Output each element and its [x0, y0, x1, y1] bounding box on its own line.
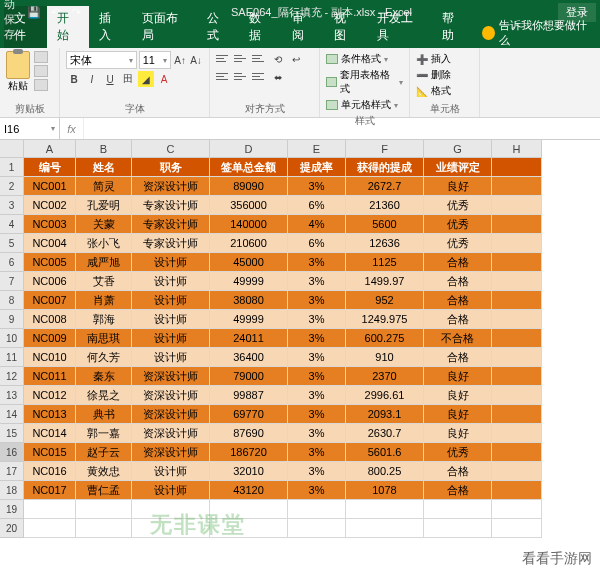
cell[interactable]: 32010 [210, 462, 288, 481]
cell-style-button[interactable]: 单元格样式▾ [326, 97, 403, 113]
cell[interactable]: 3% [288, 348, 346, 367]
col-header-E[interactable]: E [288, 140, 346, 158]
cell[interactable]: 黄效忠 [76, 462, 132, 481]
cell[interactable]: 秦东 [76, 367, 132, 386]
cell[interactable] [24, 519, 76, 538]
row-header[interactable]: 18 [0, 481, 24, 500]
cell[interactable]: NC008 [24, 310, 76, 329]
cell[interactable]: 艾香 [76, 272, 132, 291]
cell[interactable] [76, 500, 132, 519]
cell[interactable] [492, 234, 542, 253]
row-header[interactable]: 9 [0, 310, 24, 329]
cell[interactable] [288, 519, 346, 538]
save-icon[interactable]: 💾 [25, 3, 43, 21]
cell[interactable]: NC012 [24, 386, 76, 405]
format-cells-button[interactable]: 📐格式 [416, 83, 473, 99]
row-header[interactable]: 3 [0, 196, 24, 215]
cell[interactable]: 2996.61 [346, 386, 424, 405]
cell[interactable]: 资深设计师 [132, 367, 210, 386]
row-header[interactable]: 2 [0, 177, 24, 196]
autosave-toggle[interactable]: 自动保存 [4, 3, 22, 21]
cut-icon[interactable] [34, 51, 48, 63]
row-header[interactable]: 16 [0, 443, 24, 462]
row-header[interactable]: 12 [0, 367, 24, 386]
cell[interactable]: NC014 [24, 424, 76, 443]
cell[interactable]: 21360 [346, 196, 424, 215]
cell[interactable] [492, 424, 542, 443]
cell[interactable]: NC016 [24, 462, 76, 481]
orientation-icon[interactable]: ⟲ [270, 51, 286, 67]
cell[interactable] [492, 310, 542, 329]
tab-insert[interactable]: 插入 [89, 6, 132, 48]
cell[interactable]: 99887 [210, 386, 288, 405]
cell[interactable]: 3% [288, 272, 346, 291]
row-header[interactable]: 19 [0, 500, 24, 519]
cell[interactable]: 良好 [424, 386, 492, 405]
increase-font-icon[interactable]: A↑ [173, 52, 187, 68]
cell[interactable]: 1125 [346, 253, 424, 272]
cell[interactable]: NC017 [24, 481, 76, 500]
underline-button[interactable]: U [102, 71, 118, 87]
cell[interactable] [492, 348, 542, 367]
font-name-select[interactable]: 宋体▾ [66, 51, 137, 69]
cell[interactable]: 签单总金额 [210, 158, 288, 177]
cell[interactable]: 设计师 [132, 329, 210, 348]
tab-data[interactable]: 数据 [239, 6, 282, 48]
cell[interactable]: 设计师 [132, 291, 210, 310]
cell[interactable]: 简灵 [76, 177, 132, 196]
insert-cells-button[interactable]: ➕插入 [416, 51, 473, 67]
cell[interactable]: 徐晃之 [76, 386, 132, 405]
grid[interactable]: 编号姓名职务签单总金额提成率获得的提成业绩评定NC001简灵资深设计师89090… [24, 158, 542, 570]
cell[interactable]: 3% [288, 253, 346, 272]
cell[interactable]: 设计师 [132, 272, 210, 291]
cell[interactable]: 910 [346, 348, 424, 367]
cell[interactable]: 3% [288, 310, 346, 329]
cell[interactable]: 资深设计师 [132, 405, 210, 424]
cell[interactable]: 3% [288, 405, 346, 424]
cell[interactable]: NC015 [24, 443, 76, 462]
tab-view[interactable]: 视图 [324, 6, 367, 48]
cell[interactable] [492, 500, 542, 519]
cell[interactable]: 3% [288, 177, 346, 196]
row-header[interactable]: 14 [0, 405, 24, 424]
cell[interactable]: 600.275 [346, 329, 424, 348]
cell[interactable]: 3% [288, 462, 346, 481]
cell[interactable]: NC001 [24, 177, 76, 196]
cell[interactable]: 良好 [424, 424, 492, 443]
cell[interactable]: NC011 [24, 367, 76, 386]
cell[interactable]: 南思琪 [76, 329, 132, 348]
cell[interactable] [492, 443, 542, 462]
undo-icon[interactable]: ↶ [46, 3, 64, 21]
row-header[interactable]: 8 [0, 291, 24, 310]
cell[interactable]: 专家设计师 [132, 234, 210, 253]
row-header[interactable]: 4 [0, 215, 24, 234]
cell[interactable]: NC002 [24, 196, 76, 215]
cell[interactable]: 优秀 [424, 196, 492, 215]
cell[interactable]: 设计师 [132, 253, 210, 272]
align-middle-icon[interactable] [234, 51, 250, 65]
cell[interactable]: NC009 [24, 329, 76, 348]
row-header[interactable]: 20 [0, 519, 24, 538]
cell[interactable]: 设计师 [132, 348, 210, 367]
cell[interactable] [492, 386, 542, 405]
cell[interactable]: NC003 [24, 215, 76, 234]
cell[interactable]: 952 [346, 291, 424, 310]
cell[interactable]: NC006 [24, 272, 76, 291]
cell[interactable]: 关蒙 [76, 215, 132, 234]
cell[interactable]: NC005 [24, 253, 76, 272]
cell[interactable]: 良好 [424, 405, 492, 424]
fx-icon[interactable]: fx [60, 118, 84, 139]
cell[interactable] [24, 500, 76, 519]
col-header-C[interactable]: C [132, 140, 210, 158]
cell[interactable]: 姓名 [76, 158, 132, 177]
cell[interactable]: 186720 [210, 443, 288, 462]
cell[interactable] [492, 196, 542, 215]
cell[interactable] [132, 519, 210, 538]
align-right-icon[interactable] [252, 69, 268, 83]
cell[interactable]: 何久芳 [76, 348, 132, 367]
font-size-select[interactable]: 11▾ [139, 51, 171, 69]
cell[interactable]: 1249.975 [346, 310, 424, 329]
cell[interactable]: 肖萧 [76, 291, 132, 310]
col-header-F[interactable]: F [346, 140, 424, 158]
cell[interactable]: 4% [288, 215, 346, 234]
